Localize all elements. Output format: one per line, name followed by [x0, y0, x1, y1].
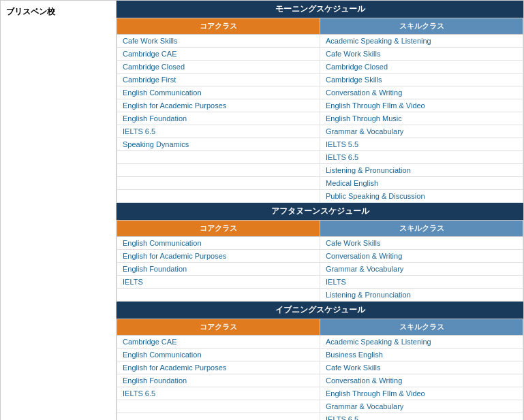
- skill-class-link[interactable]: IELTS 6.5: [326, 415, 517, 420]
- skill-class-link[interactable]: Cambridge Closed: [326, 62, 517, 71]
- skill-class-cell: Listening & Pronunciation: [320, 289, 523, 302]
- core-class-link[interactable]: Cambridge Closed: [123, 62, 314, 71]
- table-row: IELTS 6.5Grammar & Vocabulary: [117, 125, 523, 138]
- table-row: Medical English: [117, 177, 523, 190]
- skill-class-link[interactable]: IELTS 6.5: [326, 152, 517, 162]
- skill-class-cell: Listening & Pronunciation: [320, 164, 523, 177]
- skill-class-cell: Cafe Work Skills: [320, 361, 523, 374]
- table-row: Grammar & Vocabulary: [117, 400, 523, 413]
- table-row: Cafe Work SkillsAcademic Speaking & List…: [117, 35, 523, 48]
- skill-class-cell: Cambridge Skills: [320, 74, 523, 86]
- skill-class-cell: Business English: [320, 349, 523, 361]
- skill-class-cell: Academic Speaking & Listening: [320, 336, 523, 349]
- core-class-link[interactable]: English Foundation: [123, 114, 314, 123]
- core-class-link[interactable]: Cambridge First: [123, 75, 314, 84]
- skill-class-link[interactable]: English Through Music: [326, 114, 517, 123]
- table-row: IELTS 6.5English Through FIlm & Video: [117, 387, 523, 400]
- skill-class-cell: Conversation & Writing: [320, 374, 523, 387]
- skill-class-link[interactable]: Conversation & Writing: [326, 251, 517, 261]
- core-class-cell: [117, 190, 320, 203]
- skill-class-link[interactable]: English Through FIlm & Video: [326, 389, 517, 398]
- skill-class-link[interactable]: Public Speaking & Discussion: [326, 191, 517, 201]
- core-class-cell: Cambridge CAE: [117, 336, 320, 349]
- skill-class-link[interactable]: Academic Speaking & Listening: [326, 36, 517, 46]
- skill-class-link[interactable]: Listening & Pronunciation: [326, 290, 517, 300]
- core-class-link[interactable]: English for Academic Purposes: [123, 101, 314, 110]
- skill-class-cell: Grammar & Vocabulary: [320, 400, 523, 413]
- core-class-cell: [117, 151, 320, 164]
- table-row: English CommunicationCafe Work Skills: [117, 237, 523, 250]
- core-class-link[interactable]: English Foundation: [123, 264, 314, 274]
- table-row: English for Academic PurposesEnglish Thr…: [117, 99, 523, 112]
- core-class-cell: English for Academic Purposes: [117, 99, 320, 112]
- core-header-morning: コアクラス: [117, 18, 320, 35]
- core-class-link[interactable]: Speaking Dynamics: [123, 140, 314, 149]
- core-class-link[interactable]: English for Academic Purposes: [123, 363, 314, 372]
- skill-class-link[interactable]: Cafe Work Skills: [326, 49, 517, 59]
- core-class-link[interactable]: IELTS 6.5: [123, 127, 314, 136]
- skill-header-morning: スキルクラス: [320, 18, 523, 35]
- skill-class-link[interactable]: Grammar & Vocabulary: [326, 264, 517, 274]
- skill-class-link[interactable]: Cafe Work Skills: [326, 238, 517, 248]
- core-class-cell: English Communication: [117, 86, 320, 99]
- core-class-link[interactable]: Cafe Work Skills: [123, 36, 314, 46]
- core-class-link[interactable]: English for Academic Purposes: [123, 251, 314, 261]
- core-class-link[interactable]: English Foundation: [123, 376, 314, 385]
- skill-class-link[interactable]: Grammar & Vocabulary: [326, 127, 517, 136]
- schedule-block-afternoon: アフタヌーンスケジュールコアクラススキルクラスEnglish Communica…: [117, 203, 523, 302]
- core-class-cell: IELTS: [117, 276, 320, 289]
- skill-class-link[interactable]: IELTS: [326, 277, 517, 287]
- core-header-evening: コアクラス: [117, 319, 320, 336]
- skill-class-cell: Grammar & Vocabulary: [320, 125, 523, 138]
- skill-class-cell: IELTS 6.5: [320, 151, 523, 164]
- core-header-afternoon: コアクラス: [117, 221, 320, 237]
- table-row: Speaking DynamicsIELTS 5.5: [117, 138, 523, 151]
- skill-class-link[interactable]: Cambridge Skills: [326, 75, 517, 84]
- class-table-morning: コアクラススキルクラスCafe Work SkillsAcademic Spea…: [117, 18, 523, 203]
- skill-class-link[interactable]: Cafe Work Skills: [326, 363, 517, 372]
- skill-class-link[interactable]: Grammar & Vocabulary: [326, 402, 517, 411]
- skill-class-cell: Cafe Work Skills: [320, 237, 523, 250]
- core-class-link[interactable]: Cambridge CAE: [123, 337, 314, 346]
- core-class-cell: English Foundation: [117, 374, 320, 387]
- core-class-link[interactable]: IELTS: [123, 277, 314, 287]
- table-row: Cambridge FirstCambridge Skills: [117, 74, 523, 86]
- table-row: English for Academic PurposesCafe Work S…: [117, 361, 523, 374]
- schedule-header-morning: モーニングスケジュール: [117, 1, 523, 18]
- skill-class-link[interactable]: Conversation & Writing: [326, 376, 517, 385]
- skill-class-cell: Grammar & Vocabulary: [320, 263, 523, 276]
- core-class-cell: IELTS 6.5: [117, 387, 320, 400]
- core-class-cell: [117, 400, 320, 413]
- core-class-cell: English Communication: [117, 237, 320, 250]
- skill-class-link[interactable]: Conversation & Writing: [326, 88, 517, 97]
- main-table: ブリスベン校 モーニングスケジュールコアクラススキルクラスCafe Work S…: [0, 0, 524, 420]
- core-class-link[interactable]: IELTS 6.5: [123, 389, 314, 398]
- table-row: English FoundationConversation & Writing: [117, 374, 523, 387]
- skill-class-cell: Conversation & Writing: [320, 86, 523, 99]
- skill-class-link[interactable]: Listening & Pronunciation: [326, 165, 517, 175]
- skill-class-cell: English Through FIlm & Video: [320, 387, 523, 400]
- core-class-link[interactable]: English Communication: [123, 350, 314, 359]
- core-class-cell: English Foundation: [117, 112, 320, 125]
- skill-class-link[interactable]: English Through FIlm & Video: [326, 101, 517, 110]
- table-row: Listening & Pronunciation: [117, 289, 523, 302]
- core-class-link[interactable]: Cambridge CAE: [123, 49, 314, 59]
- core-class-link[interactable]: English Communication: [123, 238, 314, 248]
- skill-class-link[interactable]: Medical English: [326, 178, 517, 188]
- table-row: IELTS 6.5: [117, 151, 523, 164]
- skill-class-cell: Medical English: [320, 177, 523, 190]
- skill-class-cell: Public Speaking & Discussion: [320, 190, 523, 203]
- skill-class-link[interactable]: IELTS 5.5: [326, 140, 517, 149]
- schedule-header-afternoon: アフタヌーンスケジュール: [117, 203, 523, 220]
- core-class-cell: IELTS 6.5: [117, 125, 320, 138]
- table-row: English CommunicationBusiness English: [117, 349, 523, 361]
- skill-class-link[interactable]: Business English: [326, 350, 517, 359]
- skill-class-cell: IELTS 6.5: [320, 413, 523, 421]
- skill-class-cell: Cafe Work Skills: [320, 48, 523, 61]
- skill-class-link[interactable]: Academic Speaking & Listening: [326, 337, 517, 346]
- skill-class-cell: Academic Speaking & Listening: [320, 35, 523, 48]
- core-class-link[interactable]: English Communication: [123, 88, 314, 97]
- table-row: IELTSIELTS: [117, 276, 523, 289]
- schedules-container: モーニングスケジュールコアクラススキルクラスCafe Work SkillsAc…: [117, 1, 523, 420]
- schedule-block-evening: イブニングスケジュールコアクラススキルクラスCambridge CAEAcade…: [117, 302, 523, 420]
